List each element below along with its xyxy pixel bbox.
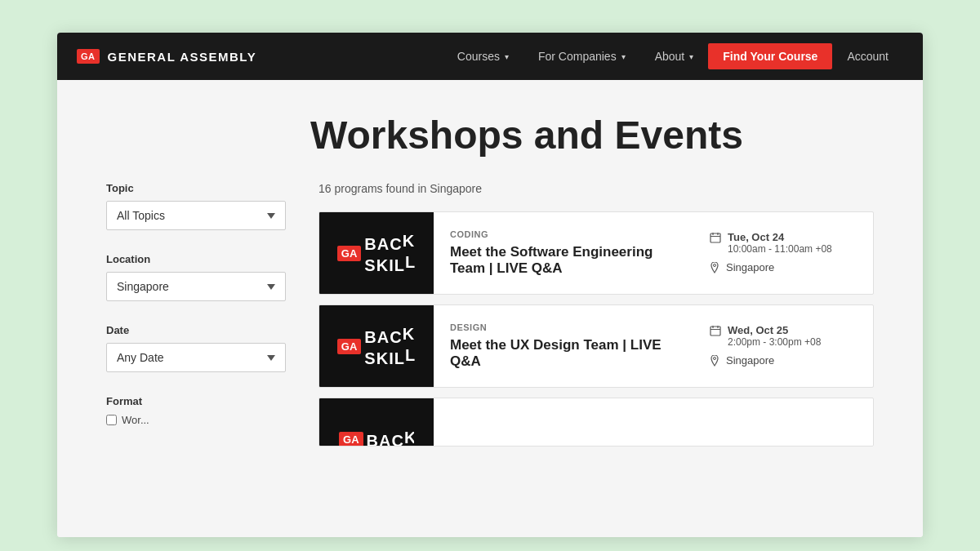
event-info-1: Coding Meet the Software Engineering Tea… <box>434 212 693 294</box>
location-icon-2 <box>710 355 719 369</box>
main-content: Workshops and Events Topic All Topics Lo… <box>57 80 923 537</box>
nav-link-courses[interactable]: Courses ▾ <box>443 33 523 80</box>
svg-rect-0 <box>710 233 720 242</box>
nav-item-account[interactable]: Account <box>832 33 903 80</box>
format-filter-label: Format <box>106 395 286 407</box>
nav-logo[interactable]: GA GENERAL ASSEMBLY <box>77 49 443 64</box>
event-date-row-2: Wed, Oct 25 2:00pm - 3:00pm +08 <box>710 324 857 348</box>
event-date-1: Tue, Oct 24 <box>728 231 832 243</box>
event-date-text-1: Tue, Oct 24 10:00am - 11:00am +08 <box>728 231 832 255</box>
thumb-line-1b: SKILL <box>364 253 416 274</box>
results-count: 16 programs found in Singapore <box>318 182 874 195</box>
topic-filter-group: Topic All Topics <box>106 182 286 230</box>
events-area: 16 programs found in Singapore GA BACK S… <box>318 182 874 449</box>
event-card-partial[interactable]: GA BACK <box>318 398 874 447</box>
page-title-area: Workshops and Events <box>57 80 923 182</box>
event-title-1: Meet the Software Engineering Team | LIV… <box>450 244 677 277</box>
thumb-line-2b: SKILL <box>364 346 416 367</box>
nav-link-for-companies[interactable]: For Companies ▾ <box>523 33 640 80</box>
content-layout: Topic All Topics Location Singapore Date… <box>57 182 923 449</box>
event-title-2: Meet the UX Design Team | LIVE Q&A <box>450 337 677 370</box>
courses-dropdown-arrow: ▾ <box>505 52 509 61</box>
event-thumbnail-2: GA BACK SKILL <box>319 305 434 387</box>
event-card-2[interactable]: GA BACK SKILL Design Meet the UX Design … <box>318 304 874 388</box>
location-filter-select[interactable]: Singapore <box>106 272 286 301</box>
event-time-2: 2:00pm - 3:00pm +08 <box>728 336 821 348</box>
event-category-1: Coding <box>450 229 677 239</box>
thumb-content-partial: GA BACK <box>339 429 414 447</box>
about-dropdown-arrow: ▾ <box>689 52 693 61</box>
event-location-row-1: Singapore <box>710 261 857 276</box>
nav-cta-button[interactable]: Find Your Course <box>708 43 832 69</box>
format-workshop-checkbox[interactable] <box>106 415 117 425</box>
thumb-ga-badge-1: GA <box>337 246 362 261</box>
nav-item-about[interactable]: About ▾ <box>640 33 709 80</box>
format-workshop-label: Wor... <box>122 414 149 426</box>
date-filter-label: Date <box>106 324 286 336</box>
nav-account-link[interactable]: Account <box>832 33 903 80</box>
date-filter-group: Date Any Date <box>106 324 286 372</box>
event-date-2: Wed, Oct 25 <box>728 324 821 336</box>
svg-point-4 <box>714 264 716 266</box>
event-thumbnail-partial: GA BACK <box>319 398 434 447</box>
event-location-row-2: Singapore <box>710 354 857 369</box>
thumb-ga-badge-2: GA <box>337 339 362 354</box>
event-location-1: Singapore <box>726 261 774 273</box>
date-filter-select[interactable]: Any Date <box>106 343 286 372</box>
location-icon-1 <box>710 262 719 276</box>
event-date-row-1: Tue, Oct 24 10:00am - 11:00am +08 <box>710 231 857 255</box>
event-meta-2: Wed, Oct 25 2:00pm - 3:00pm +08 <box>693 305 873 387</box>
calendar-icon-2 <box>710 325 721 339</box>
nav-item-courses[interactable]: Courses ▾ <box>443 33 523 80</box>
page-title: Workshops and Events <box>310 113 923 158</box>
ga-logo-badge: GA <box>77 49 100 64</box>
event-info-2: Design Meet the UX Design Team | LIVE Q&… <box>434 305 693 387</box>
thumb-line-1a: BACK <box>364 232 416 253</box>
nav-item-for-companies[interactable]: For Companies ▾ <box>523 33 640 80</box>
sidebar-filters: Topic All Topics Location Singapore Date… <box>106 182 286 449</box>
event-thumbnail-1: GA BACK SKILL <box>319 212 434 294</box>
event-meta-1: Tue, Oct 24 10:00am - 11:00am +08 <box>693 212 873 294</box>
thumb-line-partial-a: BACK <box>367 429 414 447</box>
thumb-content-2: GA BACK SKILL <box>337 325 416 367</box>
thumb-text-lines-1: BACK SKILL <box>364 232 416 274</box>
svg-rect-5 <box>710 327 720 335</box>
nav-item-cta[interactable]: Find Your Course <box>708 43 832 69</box>
calendar-icon-1 <box>710 232 721 246</box>
event-time-1: 10:00am - 11:00am +08 <box>728 243 832 255</box>
thumb-ga-badge-partial: GA <box>339 432 363 447</box>
location-filter-group: Location Singapore <box>106 253 286 301</box>
event-date-text-2: Wed, Oct 25 2:00pm - 3:00pm +08 <box>728 324 821 348</box>
thumb-content-1: GA BACK SKILL <box>337 232 416 274</box>
browser-window: GA GENERAL ASSEMBLY Courses ▾ For Compan… <box>57 33 923 537</box>
thumb-text-lines-2: BACK SKILL <box>364 325 416 367</box>
format-filter-group: Format Wor... <box>106 395 286 426</box>
thumb-line-2a: BACK <box>364 325 416 346</box>
topic-filter-select[interactable]: All Topics <box>106 201 286 230</box>
event-category-2: Design <box>450 322 677 332</box>
navbar: GA GENERAL ASSEMBLY Courses ▾ For Compan… <box>57 33 923 80</box>
thumb-text-lines-partial: BACK <box>367 429 414 447</box>
svg-point-9 <box>714 357 716 359</box>
nav-link-about[interactable]: About ▾ <box>640 33 709 80</box>
location-filter-label: Location <box>106 253 286 265</box>
event-location-2: Singapore <box>726 354 774 367</box>
event-card[interactable]: GA BACK SKILL Coding Meet the Software E… <box>318 211 874 295</box>
for-companies-dropdown-arrow: ▾ <box>621 52 626 61</box>
nav-links: Courses ▾ For Companies ▾ About ▾ Find Y… <box>443 33 903 80</box>
nav-brand-text: GENERAL ASSEMBLY <box>108 50 257 64</box>
topic-filter-label: Topic <box>106 182 286 194</box>
